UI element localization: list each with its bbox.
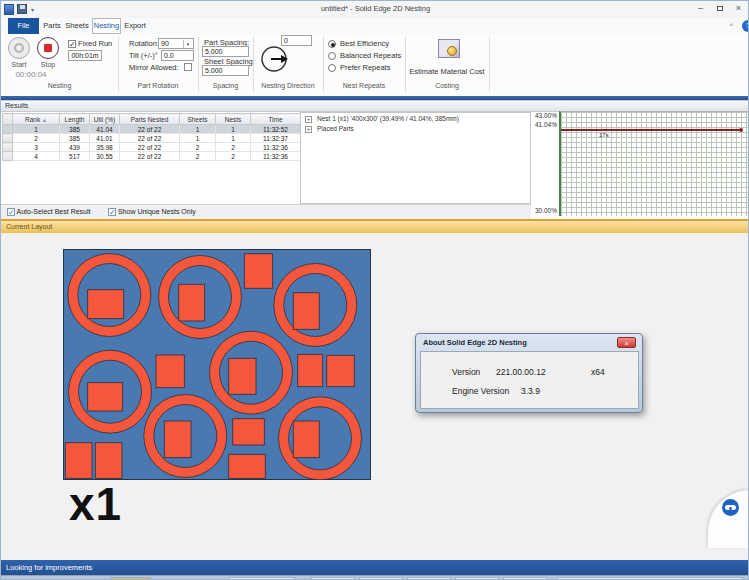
tree-item-placed-parts[interactable]: +Placed Parts — [301, 123, 530, 133]
checkbox-check-icon: ✓ — [7, 208, 15, 216]
chevron-down-icon[interactable]: ▾ — [183, 40, 192, 48]
app-window: ▾ untitled* - Solid Edge 2D Nesting – × … — [0, 0, 749, 580]
col-rank[interactable]: Rank ▲ — [13, 114, 60, 125]
run-time-field[interactable]: 00h:01m — [68, 50, 102, 61]
utilization-annotation: 17s — [599, 132, 609, 138]
version-label: Version — [452, 367, 480, 377]
tilt-label: Tilt (+/-)° — [129, 51, 158, 60]
part-rotation-group-label: Part Rotation — [118, 82, 198, 89]
spacing-group-label: Spacing — [198, 82, 253, 89]
ribbon: Start Stop 00:00:04 ✓ Fixed Run 00h:01m … — [1, 34, 749, 96]
utilization-chart: 17s — [559, 111, 748, 216]
results-footer: ✓ Auto-Select Best Result ✓ Show Unique … — [1, 204, 531, 219]
mirror-allowed-checkbox[interactable] — [184, 62, 192, 71]
row-header — [3, 114, 13, 125]
status-text: Looking for improvements — [6, 563, 92, 572]
table-row[interactable]: 451730.5522 of 222211:32:36 — [3, 152, 301, 161]
teamviewer-icon[interactable] — [722, 499, 739, 516]
remote-control-flap[interactable] — [708, 490, 749, 548]
sheet-spacing-field[interactable]: 5.000 — [202, 65, 249, 76]
tab-sheets[interactable]: Sheets — [63, 18, 91, 34]
radio-icon — [328, 64, 336, 72]
table-row[interactable]: 238541.0122 of 221111:32:37 — [3, 134, 301, 143]
restore-icon — [717, 6, 723, 11]
col-util[interactable]: Util (%) — [90, 114, 120, 125]
stop-button-label: Stop — [37, 61, 59, 68]
stop-button[interactable] — [37, 37, 59, 59]
tree-expand-icon[interactable]: + — [305, 126, 312, 133]
tab-nesting[interactable]: Nesting — [92, 18, 121, 34]
collapse-ribbon-icon[interactable]: ^ — [730, 22, 733, 29]
utilization-line — [561, 129, 741, 131]
mirror-checkbox-icon — [184, 63, 192, 71]
architecture-value: x64 — [591, 367, 605, 377]
tree-item-nest1[interactable]: +Nest 1 (x1) '400x300' (39.49% / 41.04%,… — [301, 113, 530, 123]
status-bar: Looking for improvements — [1, 560, 749, 575]
ribbon-tab-row: File Parts Sheets Nesting Export ^ ? — [1, 18, 749, 34]
help-icon[interactable]: ? — [742, 20, 749, 32]
results-table[interactable]: Rank ▲ Length Util (%) Parts Nested Shee… — [2, 113, 300, 161]
nesting-direction-icon[interactable] — [260, 45, 290, 73]
estimate-material-cost-button[interactable]: Estimate Material Cost — [405, 67, 489, 76]
elapsed-time: 00:00:04 — [3, 70, 59, 79]
utilization-line-end — [739, 128, 743, 132]
show-unique-checkbox[interactable]: ✓ Show Unique Nests Only — [108, 208, 196, 216]
engine-version-value: 3.3.9 — [521, 386, 540, 396]
rotation-label: Rotation: — [129, 39, 159, 48]
estimate-cost-icon[interactable] — [438, 39, 460, 58]
tree-expand-icon[interactable]: + — [305, 116, 312, 123]
col-time[interactable]: Time — [251, 114, 301, 125]
nesting-direction-group-label: Nesting Direction — [253, 82, 323, 89]
chart-y-axis: 43.00% 41.04% 30.00% — [532, 112, 558, 219]
group-divider — [489, 37, 490, 91]
nest-repeats-group-label: Nest Repeats — [323, 82, 405, 89]
sort-asc-icon: ▲ — [42, 117, 47, 123]
dialog-close-button[interactable]: × — [617, 337, 636, 348]
layout-canvas: x1 About Solid Edge 2D Nesting × Version… — [1, 233, 749, 560]
taskbar[interactable] — [1, 575, 749, 580]
y-tick: 30.00% — [535, 207, 557, 214]
part-spacing-field[interactable]: 5.000 — [202, 46, 249, 57]
window-title: untitled* - Solid Edge 2D Nesting — [1, 4, 749, 13]
sheet-quantity-label: x1 — [69, 477, 122, 531]
radio-icon — [328, 52, 336, 60]
col-nests[interactable]: Nests — [216, 114, 251, 125]
stop-icon — [44, 44, 52, 52]
mirror-allowed-label: Mirror Allowed: — [129, 63, 179, 72]
checkbox-check-icon: ✓ — [108, 208, 116, 216]
table-row[interactable]: 343935.9822 of 222211:32:36 — [3, 143, 301, 152]
col-length[interactable]: Length — [60, 114, 90, 125]
version-value: 221.00.00.12 — [496, 367, 546, 377]
fixed-run-checkbox[interactable]: ✓ Fixed Run — [68, 39, 112, 48]
rotation-dropdown[interactable]: 90▾ — [158, 38, 194, 49]
radio-selected-icon — [328, 40, 336, 48]
fixed-run-check-icon: ✓ — [68, 40, 76, 48]
close-button[interactable]: × — [729, 1, 748, 16]
auto-select-checkbox[interactable]: ✓ Auto-Select Best Result — [7, 208, 91, 216]
table-row[interactable]: 138541.0422 of 221111:32:52 — [3, 125, 301, 134]
minimize-button[interactable]: – — [691, 1, 710, 16]
tilt-field[interactable]: 0.0 — [161, 50, 194, 61]
y-tick: 41.04% — [535, 121, 557, 128]
nest-layout-svg[interactable] — [63, 249, 371, 480]
about-dialog-body: Version 221.00.00.12 x64 Engine Version … — [420, 351, 639, 409]
col-parts-nested[interactable]: Parts Nested — [120, 114, 180, 125]
start-button[interactable] — [8, 37, 30, 59]
start-icon — [14, 43, 24, 53]
engine-version-label: Engine Version — [452, 386, 509, 396]
start-button-label: Start — [8, 61, 30, 68]
tab-export[interactable]: Export — [122, 18, 148, 34]
title-bar: ▾ untitled* - Solid Edge 2D Nesting – × — [1, 1, 749, 18]
col-sheets[interactable]: Sheets — [180, 114, 216, 125]
radio-prefer-repeats[interactable]: Prefer Repeats — [328, 63, 390, 72]
restore-button[interactable] — [710, 1, 729, 16]
tab-file[interactable]: File — [8, 18, 39, 34]
nesting-group-label: Nesting — [1, 82, 118, 89]
nest-tree[interactable]: +Nest 1 (x1) '400x300' (39.49% / 41.04%,… — [300, 112, 531, 204]
about-dialog-title: About Solid Edge 2D Nesting — [423, 338, 527, 347]
y-tick: 43.00% — [535, 112, 557, 119]
radio-best-efficiency[interactable]: Best Efficiency — [328, 39, 389, 48]
tab-parts[interactable]: Parts — [41, 18, 63, 34]
radio-balanced-repeats[interactable]: Balanced Repeats — [328, 51, 401, 60]
results-panel: Rank ▲ Length Util (%) Parts Nested Shee… — [1, 112, 749, 219]
